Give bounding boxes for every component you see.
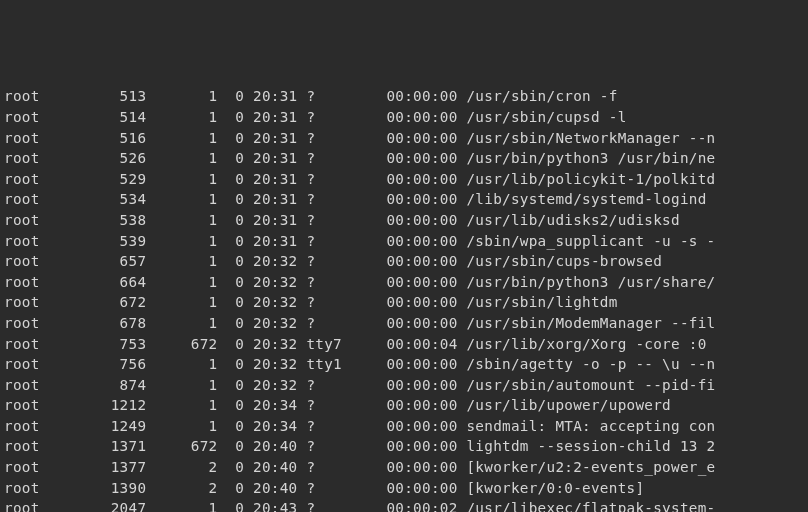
process-row: root 1377 2 0 20:40 ? 00:00:00 [kworker/… (4, 457, 808, 478)
process-row: root 756 1 0 20:32 tty1 00:00:00 /sbin/a… (4, 354, 808, 375)
process-row: root 753 672 0 20:32 tty7 00:00:04 /usr/… (4, 334, 808, 355)
process-row: root 1249 1 0 20:34 ? 00:00:00 sendmail:… (4, 416, 808, 437)
process-row: root 526 1 0 20:31 ? 00:00:00 /usr/bin/p… (4, 148, 808, 169)
process-row: root 2047 1 0 20:43 ? 00:00:02 /usr/libe… (4, 498, 808, 512)
process-row: root 534 1 0 20:31 ? 00:00:00 /lib/syste… (4, 189, 808, 210)
process-row: root 539 1 0 20:31 ? 00:00:00 /sbin/wpa_… (4, 231, 808, 252)
process-row: root 874 1 0 20:32 ? 00:00:00 /usr/sbin/… (4, 375, 808, 396)
process-row: root 657 1 0 20:32 ? 00:00:00 /usr/sbin/… (4, 251, 808, 272)
process-row: root 514 1 0 20:31 ? 00:00:00 /usr/sbin/… (4, 107, 808, 128)
process-row: root 529 1 0 20:31 ? 00:00:00 /usr/lib/p… (4, 169, 808, 190)
process-row: root 1390 2 0 20:40 ? 00:00:00 [kworker/… (4, 478, 808, 499)
process-row: root 538 1 0 20:31 ? 00:00:00 /usr/lib/u… (4, 210, 808, 231)
process-row: root 672 1 0 20:32 ? 00:00:00 /usr/sbin/… (4, 292, 808, 313)
process-row: root 1371 672 0 20:40 ? 00:00:00 lightdm… (4, 436, 808, 457)
process-row: root 678 1 0 20:32 ? 00:00:00 /usr/sbin/… (4, 313, 808, 334)
process-row: root 516 1 0 20:31 ? 00:00:00 /usr/sbin/… (4, 128, 808, 149)
process-list: root 513 1 0 20:31 ? 00:00:00 /usr/sbin/… (4, 86, 808, 512)
process-row: root 664 1 0 20:32 ? 00:00:00 /usr/bin/p… (4, 272, 808, 293)
process-row: root 513 1 0 20:31 ? 00:00:00 /usr/sbin/… (4, 86, 808, 107)
process-row: root 1212 1 0 20:34 ? 00:00:00 /usr/lib/… (4, 395, 808, 416)
